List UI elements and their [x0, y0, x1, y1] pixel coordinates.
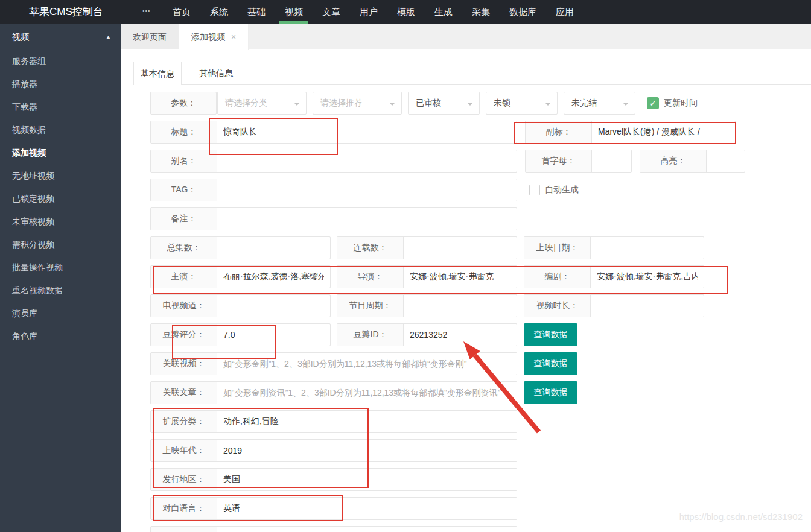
sidebar-item-7[interactable]: 未审核视频 [0, 210, 121, 233]
sidebar-item-2[interactable]: 下载器 [0, 95, 121, 118]
query-data-button-article[interactable]: 查询数据 [524, 381, 577, 404]
tag-input[interactable] [217, 179, 517, 201]
tab-welcome[interactable]: 欢迎页面 [121, 24, 179, 49]
partial-row-input[interactable] [217, 527, 517, 532]
topbar-item-10[interactable]: 应用 [556, 0, 574, 24]
topbar-item-9[interactable]: 数据库 [509, 0, 536, 24]
tab-add-video[interactable]: 添加视频× [179, 24, 249, 50]
field-dialog-language: 对白语言： [150, 497, 517, 520]
field-release-date: 上映日期： [524, 236, 704, 259]
update-time-checkbox[interactable]: ✓ 更新时间 [647, 97, 698, 109]
audit-select[interactable]: 已审核 [408, 92, 480, 115]
sidebar-item-0[interactable]: 服务器组 [0, 49, 121, 72]
field-subtitle: 副标： [525, 121, 736, 144]
field-alias: 别名： [150, 150, 517, 173]
sidebar-item-4[interactable]: 添加视频 [0, 141, 121, 164]
program-cycle-input[interactable] [404, 295, 517, 317]
director-input[interactable] [404, 266, 517, 288]
field-partial-row [150, 526, 517, 532]
duration-input[interactable] [591, 295, 704, 317]
topbar-item-7[interactable]: 生成 [434, 0, 453, 24]
release-area-input[interactable] [217, 469, 517, 490]
collapse-arrow-icon: ▲ [106, 24, 111, 49]
field-release-year: 上映年代： [150, 439, 517, 462]
sidebar-item-6[interactable]: 已锁定视频 [0, 187, 121, 210]
field-director: 导演： [337, 265, 517, 288]
checkbox-checked-icon: ✓ [647, 97, 659, 109]
tab-other-info[interactable]: 其他信息 [199, 62, 233, 85]
topbar-item-8[interactable]: 采集 [472, 0, 490, 24]
sidebar-item-5[interactable]: 无地址视频 [0, 164, 121, 187]
alias-input[interactable] [217, 150, 517, 172]
field-remark: 备注： [150, 207, 517, 230]
writer-input[interactable] [591, 266, 704, 288]
lock-select[interactable]: 未锁 [486, 92, 558, 115]
sidebar-item-11[interactable]: 演员库 [0, 302, 121, 325]
field-starring: 主演： [150, 265, 331, 288]
tv-channel-input[interactable] [217, 295, 330, 317]
topbar-item-3[interactable]: 视频 [285, 0, 303, 24]
topbar-item-1[interactable]: 系统 [210, 0, 228, 24]
close-tab-icon[interactable]: × [231, 32, 236, 42]
page-tabbar: 欢迎页面 添加视频× [121, 24, 811, 49]
title-input[interactable] [217, 121, 517, 143]
subtitle-input[interactable] [592, 121, 735, 143]
initial-input[interactable] [592, 150, 631, 172]
sidebar-item-12[interactable]: 角色库 [0, 325, 121, 347]
topbar-nav: 首页系统基础视频文章用户模版生成采集数据库应用 [173, 0, 574, 24]
release-date-input[interactable] [591, 237, 704, 259]
extend-class-input[interactable] [217, 411, 517, 432]
field-writer: 编剧： [524, 265, 704, 288]
field-duration: 视频时长： [524, 294, 704, 317]
chevron-down-icon [623, 103, 629, 106]
field-related-article: 关联文章： [150, 381, 517, 404]
sidebar: 视频 ▲ 服务器组播放器下载器视频数据添加视频无地址视频已锁定视频未审核视频需积… [0, 24, 121, 532]
finish-select[interactable]: 未完结 [564, 92, 635, 115]
chevron-down-icon [467, 103, 473, 106]
release-year-input[interactable] [217, 440, 517, 461]
params-label: 参数： [150, 92, 217, 115]
more-menu-icon[interactable]: ••• [142, 0, 151, 24]
query-data-button-douban[interactable]: 查询数据 [524, 323, 577, 346]
topbar-item-4[interactable]: 文章 [322, 0, 340, 24]
field-tv-channel: 电视频道： [150, 294, 331, 317]
category-select[interactable]: 请选择分类 [217, 92, 307, 115]
starring-input[interactable] [217, 266, 330, 288]
sidebar-items: 服务器组播放器下载器视频数据添加视频无地址视频已锁定视频未审核视频需积分视频批量… [0, 49, 121, 347]
sidebar-group-title: 视频 [12, 32, 29, 42]
related-article-input[interactable] [217, 382, 517, 404]
field-program-cycle: 节目周期： [337, 294, 517, 317]
total-episodes-input[interactable] [217, 237, 330, 259]
sidebar-item-1[interactable]: 播放器 [0, 72, 121, 95]
serial-number-input[interactable] [404, 237, 517, 259]
topbar: 苹果CMS控制台 ••• 首页系统基础视频文章用户模版生成采集数据库应用 [0, 0, 811, 24]
recommend-select[interactable]: 请选择推荐 [313, 92, 402, 115]
highlight-input[interactable] [707, 150, 745, 172]
field-tag: TAG： [150, 179, 517, 201]
app-title: 苹果CMS控制台 [29, 0, 103, 24]
field-initial: 首字母： [525, 150, 632, 173]
field-extend-class: 扩展分类： [150, 410, 517, 433]
douban-score-input[interactable] [217, 324, 330, 346]
topbar-item-6[interactable]: 模版 [397, 0, 415, 24]
chevron-down-icon [545, 103, 551, 106]
field-title: 标题： [150, 121, 517, 144]
field-highlight: 高亮： [640, 150, 745, 173]
sidebar-group-video[interactable]: 视频 ▲ [0, 24, 121, 49]
sidebar-item-8[interactable]: 需积分视频 [0, 233, 121, 256]
topbar-item-2[interactable]: 基础 [247, 0, 266, 24]
sidebar-item-9[interactable]: 批量操作视频 [0, 256, 121, 279]
remark-input[interactable] [217, 208, 517, 230]
auto-generate-checkbox[interactable]: 自动生成 [529, 185, 579, 195]
sidebar-item-10[interactable]: 重名视频数据 [0, 279, 121, 302]
topbar-item-5[interactable]: 用户 [360, 0, 378, 24]
checkbox-unchecked-icon [529, 185, 540, 195]
tab-basic-info[interactable]: 基本信息 [133, 62, 182, 85]
dialog-language-input[interactable] [217, 498, 517, 519]
topbar-item-0[interactable]: 首页 [173, 0, 191, 24]
related-video-input[interactable] [217, 353, 517, 375]
douban-id-input[interactable] [404, 324, 517, 346]
query-data-button-video[interactable]: 查询数据 [524, 352, 577, 375]
sidebar-item-3[interactable]: 视频数据 [0, 118, 121, 141]
watermark: https://blog.csdn.net/sd231902 [679, 511, 803, 522]
